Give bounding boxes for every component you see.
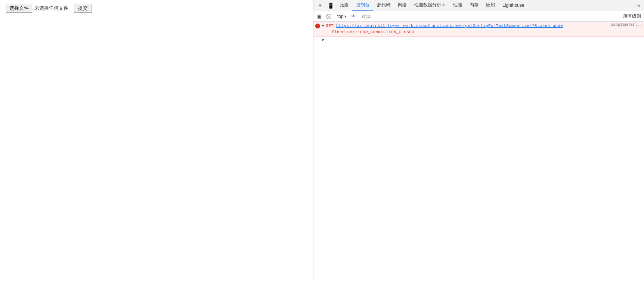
tab-performance-data[interactable]: 性能数据分析 ⚠ [411,0,449,11]
http-method: GET [326,23,336,28]
tab-performance[interactable]: 性能 [449,0,466,11]
tab-sources[interactable]: 源代码 [373,0,394,11]
tab-lighthouse[interactable]: Lighthouse [499,0,528,11]
console-filter-input[interactable] [360,13,620,20]
submit-button[interactable]: 提交 [74,4,92,13]
console-error-entry: ⬤ ▶ GET https://us-central1-foyer-work.c… [313,22,644,37]
inspect-element-icon[interactable]: ⌖ [315,0,325,11]
error-url[interactable]: https://us-central1-foyer-work.cloudfunc… [336,23,563,28]
device-toolbar-icon[interactable]: 📱 [325,0,336,11]
log-levels-button[interactable]: 所有级别 [622,12,643,20]
context-selector[interactable]: top ▾ [336,13,348,20]
devtools-panel: ⌖ 📱 元素 控制台 源代码 网络 性能数据分析 ⚠ 性能 内存 应用 [313,0,644,281]
live-expressions-icon[interactable]: 👁 [349,12,358,21]
show-sidebar-icon[interactable]: ▣ [315,12,324,21]
more-tabs-button[interactable]: » [635,2,643,9]
tab-console[interactable]: 控制台 [352,0,373,11]
console-output: ⬤ ▶ GET https://us-central1-foyer-work.c… [313,22,644,281]
page-area: 选择文件 未选择任何文件 提交 [0,0,313,281]
error-expand-row[interactable]: ▶ [313,37,644,43]
tab-application[interactable]: 应用 [482,0,499,11]
error-text: GET https://us-central1-foyer-work.cloud… [326,22,607,35]
expand-error-icon[interactable]: ▶ [322,23,324,28]
console-toolbar: ▣ ⃠ top ▾ 👁 所有级别 [313,11,644,22]
choose-file-button[interactable]: 选择文件 [6,4,32,13]
error-circle-icon: ⬤ [315,23,321,29]
file-status-label: 未选择任何文件 [34,4,72,13]
tab-elements[interactable]: 元素 [336,0,352,11]
clear-console-icon[interactable]: ⃠ [325,12,334,21]
tab-network[interactable]: 网络 [394,0,411,11]
error-source[interactable]: blogSummar... [610,22,643,27]
chevron-down-icon: ▾ [344,14,346,18]
error-url-suffix: fined net::ERR_CONNECTION_CLOSED [326,30,414,34]
tab-memory[interactable]: 内存 [466,0,482,11]
devtools-tab-bar: ⌖ 📱 元素 控制台 源代码 网络 性能数据分析 ⚠ 性能 内存 应用 [313,0,644,11]
expand-arrow-icon[interactable]: ▶ [322,37,325,42]
